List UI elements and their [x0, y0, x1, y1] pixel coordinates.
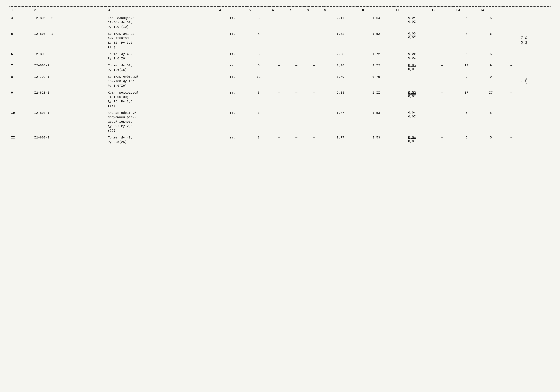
- col6-value: —: [270, 62, 288, 73]
- col8-value: —: [305, 89, 323, 109]
- col15-value: —: [503, 89, 520, 109]
- row-number: 6: [10, 50, 32, 62]
- item-description: То же, Ду 50;Ру I,6(I5): [106, 62, 218, 73]
- table-row: 4I2–806– –2Кран фланцевыйIIч8бк Ду 50;Ру…: [10, 13, 550, 30]
- col9-value: 0,79: [323, 73, 358, 89]
- col13-value: I0: [454, 62, 479, 73]
- item-description: То же, Ду 40,Ру I,6(I6): [106, 50, 218, 62]
- data-table: I 2 3 4 5 6 7 8 9 I0 II I2 I3 I4 4I2–806…: [10, 6, 550, 145]
- header-row: I 2 3 4 5 6 7 8 9 I0 II I2 I3 I4: [10, 8, 550, 13]
- item-id: I2–808–2: [32, 62, 106, 73]
- side-annotation: [520, 89, 550, 109]
- side-annotation: [520, 109, 550, 134]
- item-id: I2–808– –I: [32, 30, 106, 50]
- col6-value: —: [270, 89, 288, 109]
- col6-value: —: [270, 50, 288, 62]
- row-number: II: [10, 134, 32, 145]
- col11-fraction: 0,040,0I: [394, 13, 430, 30]
- header-col4: 4: [218, 8, 247, 13]
- row-number: 5: [10, 30, 32, 50]
- col10-value: I,52: [358, 30, 394, 50]
- col7-value: —: [288, 50, 305, 62]
- item-unit: шт.: [218, 50, 247, 62]
- row-number: 7: [10, 62, 32, 73]
- row-number: 9: [10, 89, 32, 109]
- table-row: 8I2–799–IВентиль муфтовыйI5кчI8п Ду I5;Р…: [10, 73, 550, 89]
- col13-value: 6: [454, 50, 479, 62]
- col14-value: 9: [479, 73, 503, 89]
- table-row: 5I2–808– –IВентиль фланце-вый I5кчI9ПДу …: [10, 30, 550, 50]
- col13-value: 5: [454, 109, 479, 134]
- row-number: 4: [10, 13, 32, 30]
- item-description: Кран трехходовойI4МI–00–00;Ду I5; Ру I,6…: [106, 89, 218, 109]
- item-unit: шт.: [218, 134, 247, 145]
- col5-value: I2: [247, 73, 270, 89]
- col11-fraction: 0,050,0I: [394, 62, 430, 73]
- col10-value: 0,75: [358, 73, 394, 89]
- item-unit: шт.: [218, 89, 247, 109]
- item-unit: шт.: [218, 30, 247, 50]
- col15-value: —: [503, 134, 520, 145]
- col11-fraction: 0,040,0I: [394, 109, 430, 134]
- col9-value: I,77: [323, 109, 358, 134]
- col15-value: —: [503, 62, 520, 73]
- item-unit: шт.: [218, 62, 247, 73]
- col5-value: 8: [247, 89, 270, 109]
- item-unit: шт.: [218, 13, 247, 30]
- side-annotation: 1·25·: [520, 73, 550, 89]
- col6-value: —: [270, 13, 288, 30]
- col10-value: I,53: [358, 109, 394, 134]
- item-id: I2–820–I: [32, 89, 106, 109]
- col11-fraction: 0,030,0I: [394, 89, 430, 109]
- col12-value: —: [430, 134, 454, 145]
- col11-fraction: 0,040,0I: [394, 134, 430, 145]
- table-row: 9I2–820–IКран трехходовойI4МI–00–00;Ду I…: [10, 89, 550, 109]
- col7-value: —: [288, 134, 305, 145]
- col8-value: —: [305, 13, 323, 30]
- side-annotation: [520, 50, 550, 62]
- col11-fraction: 0,030,0I: [394, 30, 430, 50]
- header-col14: I4: [479, 8, 503, 13]
- col5-value: 3: [247, 109, 270, 134]
- col14-value: 5: [479, 13, 503, 30]
- item-id: I2–799–I: [32, 73, 106, 89]
- col12-value: —: [430, 62, 454, 73]
- col5-value: 5: [247, 62, 270, 73]
- item-id: I2–803–I: [32, 134, 106, 145]
- item-description: Вентиль муфтовыйI5кчI8п Ду I5;Ру I,6(I6): [106, 73, 218, 89]
- col9-value: I,82: [323, 30, 358, 50]
- col12-value: —: [430, 50, 454, 62]
- col11-fraction: [394, 73, 430, 89]
- col5-value: 3: [247, 134, 270, 145]
- col14-value: 5: [479, 50, 503, 62]
- col9-value: 2,08: [323, 50, 358, 62]
- col12-value: —: [430, 30, 454, 50]
- col10-value: I,72: [358, 50, 394, 62]
- row-number: 8: [10, 73, 32, 89]
- col5-value: 4: [247, 30, 270, 50]
- side-annotation: [520, 13, 550, 30]
- side-annotation: [520, 134, 550, 145]
- item-unit: шт.: [218, 73, 247, 89]
- col7-value: —: [288, 13, 305, 30]
- col15-value: —: [503, 73, 520, 89]
- header-col10: I0: [358, 8, 394, 13]
- col14-value: 6: [479, 30, 503, 50]
- col9-value: 2,I8: [323, 89, 358, 109]
- item-description: Кран фланцевыйIIч8бк Ду 50;Ру I,0 (I0): [106, 13, 218, 30]
- col6-value: —: [270, 73, 288, 89]
- col9-value: 2,08: [323, 62, 358, 73]
- col10-value: I,72: [358, 62, 394, 73]
- col12-value: —: [430, 109, 454, 134]
- col7-value: —: [288, 73, 305, 89]
- side-annotation: [520, 62, 550, 73]
- header-col1: I: [10, 8, 32, 13]
- col15-value: —: [503, 30, 520, 50]
- col12-value: —: [430, 89, 454, 109]
- table-row: 6I2–808–2То же, Ду 40,Ру I,6(I6)шт.3———2…: [10, 50, 550, 62]
- item-description: То же, Ду 40;Ру 2,5(25): [106, 134, 218, 145]
- col15-value: —: [503, 50, 520, 62]
- col10-value: I,64: [358, 13, 394, 30]
- header-col2: 2: [32, 8, 106, 13]
- col7-value: —: [288, 89, 305, 109]
